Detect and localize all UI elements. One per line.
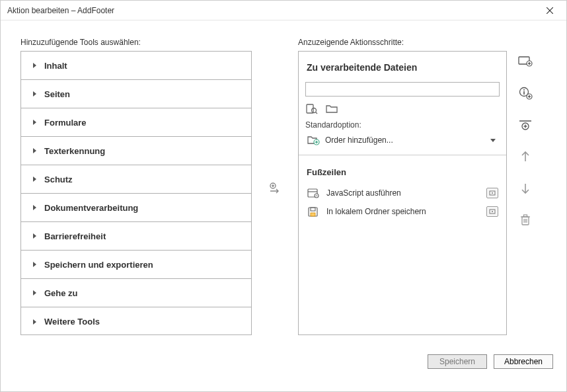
chevron-right-icon <box>33 262 36 267</box>
folder-icon <box>325 103 338 115</box>
svg-rect-27 <box>523 91 525 95</box>
step-label: JavaScript ausführen <box>326 188 401 198</box>
tools-column: Hinzuzufügende Tools auswählen: Inhalt S… <box>20 38 252 339</box>
add-folder-dropdown[interactable]: Order hinzufügen... <box>305 132 500 148</box>
options-icon <box>489 190 496 196</box>
add-panel-button[interactable] <box>517 54 533 69</box>
svg-rect-37 <box>524 215 527 217</box>
trash-icon <box>519 214 531 227</box>
tool-label: Inhalt <box>44 61 67 71</box>
svg-point-20 <box>492 211 493 212</box>
chevron-right-icon <box>33 319 36 325</box>
tools-list: Inhalt Seiten Formulare Texterkennung Sc… <box>20 51 252 335</box>
file-tools-row <box>305 103 500 115</box>
info-add-icon <box>518 87 533 100</box>
files-header: Zu verarbeitende Dateien <box>307 62 498 73</box>
arrow-up-icon <box>520 151 531 163</box>
chevron-down-icon <box>490 139 496 142</box>
tool-row-formulare[interactable]: Formulare <box>21 108 251 137</box>
step-options-button[interactable] <box>486 206 498 217</box>
svg-point-6 <box>312 108 317 113</box>
svg-rect-18 <box>311 213 315 216</box>
files-input[interactable] <box>305 82 500 97</box>
tool-row-inhalt[interactable]: Inhalt <box>21 52 251 80</box>
tool-label: Weitere Tools <box>44 317 100 327</box>
add-info-button[interactable] <box>517 85 533 101</box>
plus-arrow-icon <box>268 182 282 195</box>
tool-label: Dokumentverarbeitung <box>44 203 138 213</box>
tool-label: Barrierefreiheit <box>44 231 106 241</box>
tool-row-texterkennung[interactable]: Texterkennung <box>21 137 251 165</box>
delete-button[interactable] <box>517 212 533 228</box>
save-icon <box>307 206 320 217</box>
svg-line-7 <box>316 112 318 114</box>
tool-row-dokumentverarbeitung[interactable]: Dokumentverarbeitung <box>21 194 251 222</box>
svg-point-26 <box>523 89 525 91</box>
steps-column: Anzuzeigende Aktionsschritte: Zu verarbe… <box>298 38 507 339</box>
tool-row-speichern-exportieren[interactable]: Speichern und exportieren <box>21 251 251 279</box>
file-search-icon <box>305 103 319 115</box>
svg-rect-17 <box>311 208 315 211</box>
chevron-right-icon <box>33 63 36 68</box>
add-divider-button[interactable] <box>517 117 533 133</box>
step-item-javascript[interactable]: JavaScript ausführen <box>305 184 500 202</box>
chevron-right-icon <box>33 148 36 153</box>
folder-add-icon <box>307 134 320 146</box>
move-up-button[interactable] <box>517 149 533 165</box>
steps-label: Anzuzeigende Aktionsschritte: <box>298 38 507 47</box>
tool-row-weitere-tools[interactable]: Weitere Tools <box>21 307 251 336</box>
tool-row-gehe-zu[interactable]: Gehe zu <box>21 279 251 307</box>
tools-label: Hinzuzufügende Tools auswählen: <box>20 38 252 47</box>
svg-point-15 <box>492 192 493 194</box>
tool-label: Texterkennung <box>44 146 105 156</box>
step-label: In lokalem Ordner speichern <box>326 207 426 216</box>
panel-add-icon <box>518 56 533 67</box>
chevron-right-icon <box>33 91 36 97</box>
dialog-content: Hinzuzufügende Tools auswählen: Inhalt S… <box>1 20 566 346</box>
step-options-button[interactable] <box>486 188 498 198</box>
steps-panel: Zu verarbeitende Dateien Standardoption: <box>298 51 507 335</box>
window-title: Aktion bearbeiten – AddFooter <box>7 6 114 15</box>
tool-label: Formulare <box>44 118 87 128</box>
step-item-save-local[interactable]: In lokalem Ordner speichern <box>305 202 500 221</box>
move-down-button[interactable] <box>517 180 533 196</box>
tool-label: Seiten <box>44 89 70 99</box>
options-icon <box>489 209 496 214</box>
close-icon <box>547 7 553 14</box>
close-button[interactable] <box>540 1 560 20</box>
save-button[interactable]: Speichern <box>428 354 487 369</box>
tool-row-schutz[interactable]: Schutz <box>21 165 251 194</box>
tool-label: Gehe zu <box>44 288 78 298</box>
chevron-right-icon <box>33 233 36 239</box>
side-toolbar <box>507 38 544 339</box>
tool-row-barrierefreiheit[interactable]: Barrierefreiheit <box>21 222 251 251</box>
divider <box>299 155 506 155</box>
dropdown-label: Order hinzufügen... <box>325 136 393 145</box>
cancel-button[interactable]: Abbrechen <box>494 354 553 369</box>
steps-subheader: Fußzeilen <box>307 167 498 177</box>
tool-label: Schutz <box>44 175 73 184</box>
search-file-button[interactable] <box>305 103 319 115</box>
chevron-right-icon <box>33 290 36 295</box>
tool-row-seiten[interactable]: Seiten <box>21 80 251 108</box>
titlebar: Aktion bearbeiten – AddFooter <box>1 1 566 20</box>
divider-add-icon <box>518 119 533 131</box>
arrow-down-icon <box>520 182 531 194</box>
open-folder-button[interactable] <box>325 103 338 115</box>
add-to-steps-button[interactable] <box>267 180 283 196</box>
chevron-right-icon <box>33 120 36 125</box>
standard-option-label: Standardoption: <box>305 120 500 130</box>
script-icon <box>307 187 320 199</box>
dialog-footer: Speichern Abbrechen <box>1 346 566 377</box>
svg-point-13 <box>315 194 319 198</box>
chevron-right-icon <box>33 205 36 210</box>
tool-label: Speichern und exportieren <box>44 260 153 270</box>
chevron-right-icon <box>33 176 36 182</box>
transfer-column <box>252 38 298 339</box>
